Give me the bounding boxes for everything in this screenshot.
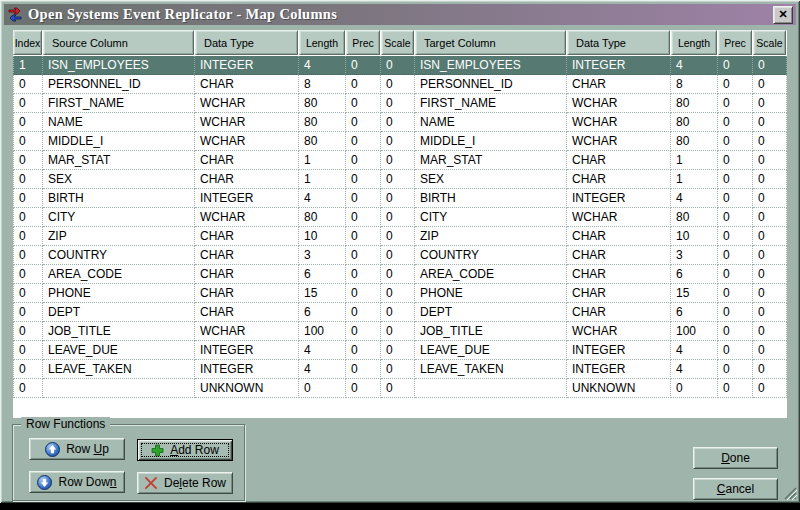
table-cell[interactable]: 0: [346, 208, 381, 227]
table-row[interactable]: 0LEAVE_TAKENINTEGER400LEAVE_TAKENINTEGER…: [13, 360, 787, 379]
table-cell[interactable]: 0: [13, 379, 43, 398]
table-cell[interactable]: 4: [671, 341, 718, 360]
table-row[interactable]: 0BIRTHINTEGER400BIRTHINTEGER400: [13, 189, 787, 208]
table-cell[interactable]: 0: [753, 303, 787, 322]
table-cell[interactable]: CHAR: [195, 284, 299, 303]
table-cell[interactable]: WCHAR: [567, 208, 671, 227]
table-cell[interactable]: CHAR: [195, 227, 299, 246]
table-cell[interactable]: 0: [753, 132, 787, 151]
table-cell[interactable]: 0: [753, 284, 787, 303]
table-cell[interactable]: WCHAR: [567, 322, 671, 341]
titlebar[interactable]: Open Systems Event Replicator - Map Colu…: [4, 4, 796, 25]
table-cell[interactable]: COUNTRY: [415, 246, 567, 265]
table-cell[interactable]: 0: [381, 56, 415, 75]
table-cell[interactable]: 10: [671, 227, 718, 246]
table-cell[interactable]: 0: [753, 94, 787, 113]
table-cell[interactable]: 0: [13, 151, 43, 170]
table-cell[interactable]: [43, 379, 195, 398]
table-cell[interactable]: 80: [671, 132, 718, 151]
table-cell[interactable]: 0: [718, 341, 753, 360]
table-cell[interactable]: WCHAR: [195, 322, 299, 341]
table-cell[interactable]: LEAVE_TAKEN: [43, 360, 195, 379]
table-cell[interactable]: SEX: [43, 170, 195, 189]
table-cell[interactable]: BIRTH: [43, 189, 195, 208]
table-cell[interactable]: 0: [753, 75, 787, 94]
table-cell[interactable]: 0: [753, 360, 787, 379]
table-cell[interactable]: 0: [753, 113, 787, 132]
table-cell[interactable]: ZIP: [43, 227, 195, 246]
table-cell[interactable]: LEAVE_TAKEN: [415, 360, 567, 379]
table-cell[interactable]: FIRST_NAME: [415, 94, 567, 113]
table-cell[interactable]: 0: [753, 189, 787, 208]
table-cell[interactable]: 0: [13, 132, 43, 151]
table-cell[interactable]: 15: [299, 284, 346, 303]
table-cell[interactable]: PHONE: [415, 284, 567, 303]
table-cell[interactable]: NAME: [43, 113, 195, 132]
table-cell[interactable]: 0: [381, 227, 415, 246]
table-cell[interactable]: 0: [346, 56, 381, 75]
table-cell[interactable]: 0: [718, 303, 753, 322]
table-cell[interactable]: 0: [753, 56, 787, 75]
table-cell[interactable]: UNKNOWN: [567, 379, 671, 398]
table-cell[interactable]: 6: [299, 265, 346, 284]
table-cell[interactable]: 0: [346, 75, 381, 94]
table-cell[interactable]: ISN_EMPLOYEES: [43, 56, 195, 75]
table-cell[interactable]: 1: [671, 151, 718, 170]
table-cell[interactable]: 0: [381, 303, 415, 322]
table-cell[interactable]: INTEGER: [195, 189, 299, 208]
table-cell[interactable]: MAR_STAT: [415, 151, 567, 170]
table-cell[interactable]: 0: [346, 265, 381, 284]
table-cell[interactable]: CHAR: [195, 75, 299, 94]
table-cell[interactable]: 0: [381, 246, 415, 265]
add-row-button[interactable]: Add Row: [137, 439, 233, 461]
table-cell[interactable]: 80: [299, 94, 346, 113]
table-cell[interactable]: ISN_EMPLOYEES: [415, 56, 567, 75]
table-cell[interactable]: 0: [346, 379, 381, 398]
column-header[interactable]: Data Type: [567, 30, 670, 55]
table-cell[interactable]: 0: [671, 379, 718, 398]
table-row[interactable]: 1ISN_EMPLOYEESINTEGER400ISN_EMPLOYEESINT…: [13, 56, 787, 75]
table-cell[interactable]: 0: [381, 379, 415, 398]
table-cell[interactable]: INTEGER: [567, 360, 671, 379]
table-cell[interactable]: 4: [671, 360, 718, 379]
table-cell[interactable]: INTEGER: [195, 341, 299, 360]
table-cell[interactable]: 0: [13, 303, 43, 322]
table-cell[interactable]: SEX: [415, 170, 567, 189]
column-header[interactable]: Data Type: [195, 30, 298, 55]
table-cell[interactable]: 0: [381, 75, 415, 94]
column-header[interactable]: Target Column: [415, 30, 566, 55]
table-cell[interactable]: INTEGER: [567, 341, 671, 360]
table-cell[interactable]: COUNTRY: [43, 246, 195, 265]
table-cell[interactable]: 0: [13, 341, 43, 360]
table-row[interactable]: 0FIRST_NAMEWCHAR8000FIRST_NAMEWCHAR8000: [13, 94, 787, 113]
table-cell[interactable]: CHAR: [567, 170, 671, 189]
table-cell[interactable]: WCHAR: [567, 113, 671, 132]
table-cell[interactable]: CHAR: [567, 75, 671, 94]
column-header[interactable]: Length: [671, 30, 717, 55]
table-row[interactable]: 0SEXCHAR100SEXCHAR100: [13, 170, 787, 189]
column-header[interactable]: Length: [299, 30, 345, 55]
table-cell[interactable]: 0: [381, 360, 415, 379]
column-header[interactable]: Index: [13, 30, 42, 55]
table-row[interactable]: 0MAR_STATCHAR100MAR_STATCHAR100: [13, 151, 787, 170]
table-cell[interactable]: 6: [671, 265, 718, 284]
close-button[interactable]: ✕: [773, 6, 793, 24]
table-cell[interactable]: 0: [346, 227, 381, 246]
table-cell[interactable]: 0: [13, 170, 43, 189]
table-cell[interactable]: 0: [718, 208, 753, 227]
table-cell[interactable]: WCHAR: [195, 132, 299, 151]
table-cell[interactable]: 0: [753, 265, 787, 284]
column-header[interactable]: Source Column: [43, 30, 194, 55]
column-header[interactable]: Prec: [346, 30, 380, 55]
table-cell[interactable]: 4: [299, 56, 346, 75]
table-cell[interactable]: 4: [299, 341, 346, 360]
table-cell[interactable]: AREA_CODE: [43, 265, 195, 284]
table-cell[interactable]: WCHAR: [195, 208, 299, 227]
table-cell[interactable]: 0: [753, 151, 787, 170]
table-cell[interactable]: 0: [718, 360, 753, 379]
table-cell[interactable]: 0: [753, 227, 787, 246]
table-cell[interactable]: 100: [671, 322, 718, 341]
table-cell[interactable]: 0: [718, 94, 753, 113]
table-cell[interactable]: 0: [381, 170, 415, 189]
table-cell[interactable]: WCHAR: [195, 94, 299, 113]
